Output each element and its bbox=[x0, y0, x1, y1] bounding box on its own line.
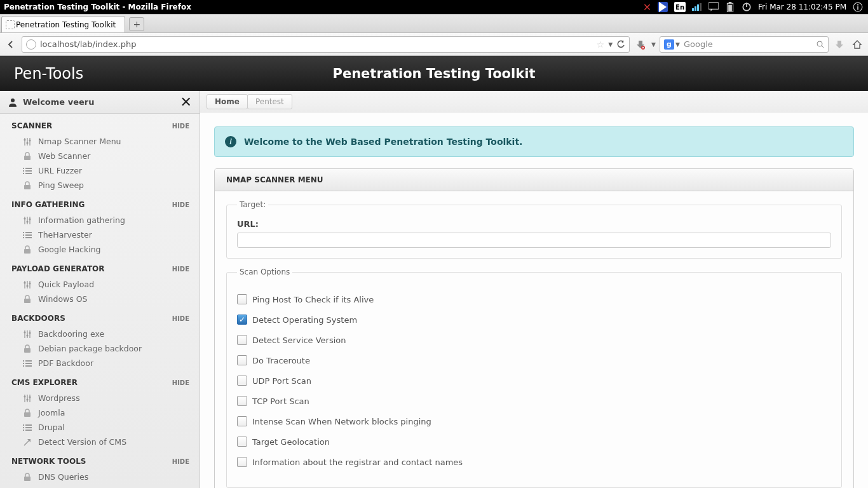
svg-rect-50 bbox=[25, 237, 32, 238]
back-button[interactable] bbox=[4, 37, 18, 51]
sidebar-item[interactable]: DNS Queries bbox=[0, 470, 200, 484]
sidebar-section-head[interactable]: SCANNERHIDE bbox=[0, 114, 200, 134]
sidebar-hide-button[interactable]: HIDE bbox=[172, 315, 189, 322]
history-dropdown-icon[interactable]: ▼ bbox=[608, 41, 613, 48]
sidebar-item[interactable]: Quick Payload bbox=[0, 277, 200, 292]
downloads-dropdown-icon[interactable]: ▼ bbox=[651, 41, 656, 48]
alert-text: Welcome to the Web Based Penetration Tes… bbox=[244, 137, 522, 147]
sidebar-item[interactable]: Debian package backdoor bbox=[0, 341, 200, 356]
scan-option-checkbox[interactable] bbox=[237, 335, 247, 345]
list-icon bbox=[23, 231, 32, 240]
sidebar-section-title: NETWORK TOOLS bbox=[11, 457, 86, 466]
sidebar-item-label: Debian package backdoor bbox=[38, 344, 142, 353]
sidebar-item[interactable]: Drupal bbox=[0, 420, 200, 435]
svg-rect-70 bbox=[23, 365, 24, 367]
svg-rect-3 bbox=[697, 4, 699, 11]
sidebar-hide-button[interactable]: HIDE bbox=[172, 379, 189, 386]
svg-marker-22 bbox=[836, 41, 843, 48]
sidebar-hide-button[interactable]: HIDE bbox=[172, 266, 189, 273]
scan-option-checkbox[interactable] bbox=[237, 294, 247, 304]
info-icon[interactable] bbox=[853, 2, 863, 12]
sidebar-item[interactable]: Joomla bbox=[0, 405, 200, 420]
svg-rect-33 bbox=[25, 168, 32, 169]
welcome-alert: i Welcome to the Web Based Penetration T… bbox=[214, 126, 854, 157]
sidebar-hide-button[interactable]: HIDE bbox=[172, 123, 189, 130]
sidebar-section-head[interactable]: NETWORK TOOLSHIDE bbox=[0, 449, 200, 470]
scan-option-checkbox[interactable] bbox=[237, 355, 247, 365]
sidebar-item[interactable]: Web Scanner bbox=[0, 149, 200, 163]
scan-option-label: Target Geolocation bbox=[252, 437, 330, 447]
scan-option-checkbox[interactable] bbox=[237, 437, 247, 447]
scan-options-fieldset: Scan Options Ping Host To Check if its A… bbox=[226, 268, 842, 488]
sidebar-hide-button[interactable]: HIDE bbox=[172, 458, 189, 465]
bookmark-icon[interactable]: ☆ bbox=[597, 39, 605, 50]
list-icon bbox=[23, 166, 32, 175]
breadcrumb-current[interactable]: Pentest bbox=[247, 94, 292, 109]
sidebar-section-head[interactable]: PAYLOAD GENERATORHIDE bbox=[0, 257, 200, 277]
sidebar-item[interactable]: Information gathering bbox=[0, 213, 200, 227]
scan-option-label: UDP Port Scan bbox=[252, 376, 311, 386]
sidebar-item[interactable]: URL Fuzzer bbox=[0, 163, 200, 178]
svg-rect-4 bbox=[700, 3, 702, 11]
breadcrumb-home[interactable]: Home bbox=[207, 94, 248, 109]
scan-option-checkbox[interactable] bbox=[237, 315, 247, 325]
breadcrumb-current-label: Pentest bbox=[255, 97, 284, 106]
battery-icon[interactable] bbox=[725, 2, 735, 12]
scan-option-row: Intense Scan When Network blocks pinging bbox=[237, 416, 831, 426]
sidebar-item[interactable]: Wordpress bbox=[0, 391, 200, 405]
scan-option-checkbox[interactable] bbox=[237, 396, 247, 406]
scan-option-row: TCP Port Scan bbox=[237, 396, 831, 406]
window-close-icon[interactable]: ✕ bbox=[643, 1, 651, 13]
welcome-bar: Welcome veeru ✕ bbox=[0, 91, 200, 114]
sidebar-item[interactable]: Windows OS bbox=[0, 292, 200, 306]
sidebar-close-icon[interactable]: ✕ bbox=[180, 94, 192, 110]
scan-option-checkbox[interactable] bbox=[237, 416, 247, 426]
browser-search[interactable]: g ▼ Google bbox=[660, 36, 829, 53]
svg-rect-66 bbox=[23, 360, 24, 362]
logo: Pen-Tools bbox=[0, 65, 200, 83]
search-magnifier-icon[interactable] bbox=[817, 41, 824, 48]
sidebar-item[interactable]: TheHarvester bbox=[0, 227, 200, 242]
user-icon bbox=[8, 97, 18, 107]
sidebar-item[interactable]: PDF Backdoor bbox=[0, 356, 200, 370]
sidebar-section-head[interactable]: CMS EXPLORERHIDE bbox=[0, 370, 200, 391]
play-icon[interactable] bbox=[658, 2, 668, 12]
power-icon[interactable] bbox=[742, 2, 752, 12]
svg-rect-14 bbox=[857, 6, 858, 10]
url-text: localhost/lab/index.php bbox=[40, 39, 136, 49]
chat-icon[interactable] bbox=[709, 2, 719, 12]
url-label: URL: bbox=[237, 219, 831, 229]
svg-rect-9 bbox=[728, 5, 732, 11]
scan-option-row: Ping Host To Check if its Alive bbox=[237, 294, 831, 304]
sidebar-item[interactable]: Backdooring exe bbox=[0, 327, 200, 341]
url-input[interactable] bbox=[237, 233, 831, 248]
sidebar-item[interactable]: Detect Version of CMS bbox=[0, 435, 200, 449]
reload-icon[interactable] bbox=[616, 40, 625, 49]
search-engine-dropdown-icon[interactable]: ▼ bbox=[675, 41, 680, 48]
downloads-icon[interactable] bbox=[634, 37, 648, 51]
sidebar-item[interactable]: Nmap Scanner Menu bbox=[0, 134, 200, 149]
new-tab-button[interactable]: + bbox=[129, 17, 144, 31]
svg-rect-68 bbox=[23, 363, 24, 364]
scan-option-checkbox[interactable] bbox=[237, 457, 247, 467]
save-page-icon[interactable] bbox=[832, 37, 846, 51]
svg-rect-5 bbox=[709, 3, 719, 9]
svg-rect-49 bbox=[23, 237, 24, 238]
scan-option-checkbox[interactable] bbox=[237, 376, 247, 386]
svg-line-21 bbox=[822, 46, 824, 48]
sidebar-item[interactable]: Google Hacking bbox=[0, 242, 200, 257]
network-icon[interactable] bbox=[692, 2, 702, 12]
info-icon: i bbox=[225, 136, 236, 147]
home-icon[interactable] bbox=[850, 37, 864, 51]
sidebar-section-head[interactable]: BACKDOORSHIDE bbox=[0, 306, 200, 327]
scan-option-label: Do Traceroute bbox=[252, 356, 310, 365]
svg-point-75 bbox=[24, 395, 25, 397]
sidebar-hide-button[interactable]: HIDE bbox=[172, 201, 189, 208]
sidebar-section-head[interactable]: INFO GATHERINGHIDE bbox=[0, 193, 200, 213]
list-icon bbox=[23, 423, 32, 432]
keyboard-lang[interactable]: En bbox=[674, 2, 686, 12]
browser-tab[interactable]: Penetration Testing Toolkit bbox=[1, 16, 125, 32]
url-bar[interactable]: localhost/lab/index.php ☆ ▼ bbox=[22, 36, 630, 53]
lock-icon bbox=[23, 473, 32, 482]
sidebar-item[interactable]: Ping Sweep bbox=[0, 178, 200, 193]
